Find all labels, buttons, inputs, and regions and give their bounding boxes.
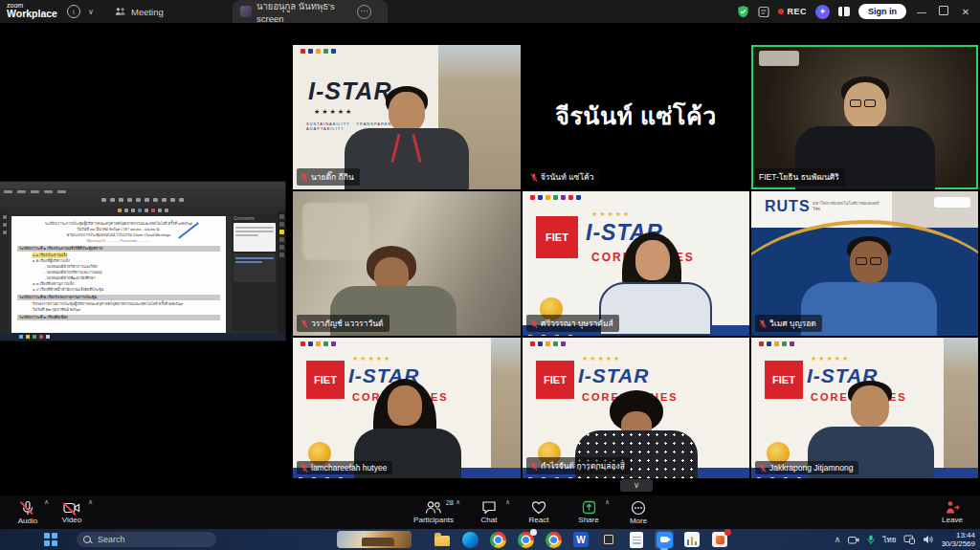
mic-muted-icon (301, 319, 308, 328)
chevron-down-icon: ∨ (634, 480, 640, 490)
wall-backdrop (892, 191, 978, 228)
participant-name-label: lamchareefah hutyee (297, 461, 392, 474)
ruts-sub-text: มหาวิทยาลัยเทคโนโลยีราชมงคลศรีวิชัย (813, 201, 880, 211)
tab-shared-screen[interactable]: นายอนุกูล นันทพุธ's screen ⋯ (233, 0, 388, 23)
video-tile-9[interactable]: FIET ★★★★★ I-STAR CORE VALUES Jakkrapong… (751, 338, 978, 478)
video-tile-2[interactable]: จีรนันท์ แซ่โค้ว จีรนันท์ แซ่โค้ว (523, 45, 749, 189)
participants-button[interactable]: Participants 28 ∧ (406, 495, 461, 529)
zoom-meeting-window: { "title_bar": { "logo_top": "zoom", "lo… (0, 0, 980, 550)
preview-menu-bar (0, 188, 285, 196)
chrome-icon[interactable] (488, 530, 507, 549)
share-screen-button[interactable]: Share ∧ (567, 495, 611, 529)
preview-inner-taskbar (0, 333, 285, 341)
zoom-workplace-logo: zoom Workplace (7, 2, 57, 19)
minimize-button[interactable]: — (915, 7, 928, 17)
participant-name-label: นายติ๊ก ถึกิน (297, 168, 360, 186)
mic-muted-icon (530, 319, 538, 328)
chat-button[interactable]: Chat ∧ (467, 495, 511, 529)
recording-indicator[interactable]: REC (778, 7, 807, 16)
chevron-up-icon[interactable]: ∧ (456, 498, 460, 506)
language-indicator[interactable]: ไทย (882, 534, 896, 546)
chevron-up-icon[interactable]: ∧ (605, 498, 610, 506)
chevron-up-icon[interactable]: ∧ (505, 498, 510, 506)
maximize-button[interactable] (937, 6, 950, 17)
ceiling-light (759, 51, 799, 66)
chevron-up-icon[interactable]: ∧ (44, 498, 49, 506)
react-button[interactable]: React (517, 495, 561, 529)
mic-muted-icon (759, 319, 767, 328)
video-tile-4[interactable]: วราภัญช์ แววราวันต์ (293, 191, 521, 336)
tab-meeting[interactable]: Meeting (107, 0, 171, 23)
file-explorer-icon[interactable] (433, 530, 452, 549)
tray-camera-icon[interactable] (848, 536, 859, 544)
logo-text-bottom: Workplace (7, 9, 57, 19)
notepad-icon[interactable] (627, 530, 646, 549)
participant-name-label: จีรนันท์ แซ่โค้ว (526, 168, 599, 186)
close-button[interactable]: ✕ (959, 7, 972, 17)
building-backdrop (944, 338, 978, 478)
encryption-shield-icon[interactable] (737, 5, 749, 18)
widgets-thumbnail[interactable] (337, 531, 412, 548)
tray-chevron-up-icon[interactable]: ∧ (835, 535, 841, 544)
chevron-down-icon[interactable]: ∨ (88, 0, 94, 23)
office-app-icon[interactable] (710, 530, 729, 549)
audio-button[interactable]: Audio ∧ (6, 495, 50, 529)
tab-meeting-label: Meeting (131, 7, 164, 17)
tray-volume-icon[interactable] (923, 535, 933, 544)
agenda-section-3: ระเบียบวาระที่ ๓ เรื่องสืบเนื่อง (17, 315, 220, 320)
participant-name-label: วิเมศ บุญรอด (755, 315, 822, 332)
start-button[interactable] (44, 533, 57, 546)
video-tile-6[interactable]: RUTS มหาวิทยาลัยเทคโนโลยีราชมงคลศรีวิชัย… (751, 191, 978, 336)
dark-app-icon[interactable] (599, 530, 618, 549)
zoom-app-icon[interactable] (655, 530, 674, 549)
word-icon[interactable]: W (571, 530, 590, 549)
participant-name-label: วราภัญช์ แววราวันต์ (297, 315, 390, 332)
leave-button[interactable]: Leave (930, 495, 974, 529)
chrome-profile-2-icon[interactable] (544, 530, 563, 549)
comment-card (234, 223, 276, 252)
search-input[interactable] (96, 534, 186, 545)
document-page: ระเบียบวาระการประชุมผู้บริหารคณะครุศาสตร… (11, 216, 226, 333)
tab-options-icon[interactable]: ⋯ (357, 5, 371, 19)
meeting-toolbar: Audio ∧ Video ∧ Participants 28 ∧ Chat ∧… (0, 495, 980, 529)
more-ellipsis-icon (631, 500, 646, 516)
sign-in-button[interactable]: Sign in (858, 4, 906, 19)
leave-icon (945, 500, 960, 515)
video-tile-7[interactable]: FIET ★★★★★ I-STAR CORE VALUES lamchareef… (293, 338, 521, 478)
video-tile-3-active-speaker[interactable]: FIET-โยธิน ธนพัฒนศิริ (751, 45, 978, 189)
taskbar-search[interactable] (77, 532, 216, 547)
stats-app-icon[interactable] (682, 530, 702, 549)
istar-stars: ★★★★★ (352, 355, 391, 363)
tray-cast-icon[interactable] (903, 535, 915, 544)
share-screen-icon (582, 500, 596, 515)
clock-date: 30/3/2569 (941, 539, 975, 548)
participant-name-label: Jakkrapong Jitjamnong (755, 461, 858, 474)
view-layout-icon[interactable] (838, 7, 850, 16)
edge-browser-icon[interactable] (460, 530, 479, 549)
video-tile-5[interactable]: FIET ★★★★★ I-STAR CORE VALUES ศรีวรรณา บ… (523, 191, 749, 336)
more-button[interactable]: More (616, 495, 660, 529)
rec-dot-icon (778, 9, 784, 14)
shared-screen-preview[interactable]: ระเบียบวาระการประชุมผู้บริหารคณะครุศาสตร… (0, 182, 285, 341)
chevron-up-icon[interactable]: ∧ (88, 498, 93, 506)
video-tile-8[interactable]: FIET ★★★★★ I-STAR CORE VALUES กำไรจันดี … (523, 338, 749, 478)
preview-toolbar (0, 196, 285, 207)
video-tile-1[interactable]: I-STAR ★★★★★ SUSTAINABILITY · TRANSPAREN… (293, 45, 521, 189)
camera-off-display-name: จีรนันท์ แซ่โค้ว (523, 97, 749, 135)
comments-header: Comments (234, 216, 276, 221)
app-title-bar: zoom Workplace i ∨ Meeting นายอนุกูล นัน… (0, 0, 980, 23)
captions-notes-icon[interactable] (758, 6, 769, 18)
mic-muted-icon (530, 173, 538, 182)
preview-window-titlebar (0, 182, 285, 188)
taskbar-clock[interactable]: 13:44 30/3/2569 (941, 531, 975, 548)
video-button[interactable]: Video ∧ (50, 495, 94, 529)
tray-mic-icon[interactable] (867, 535, 875, 545)
ai-companion-icon[interactable]: ✦ (815, 5, 830, 19)
agenda-section-1: ระเบียบวาระที่ ๑ เรื่องประธานแจ้งให้ที่ป… (17, 246, 220, 252)
search-icon (83, 536, 91, 543)
mic-muted-icon (20, 500, 35, 516)
collapse-gallery-button[interactable]: ∨ (620, 479, 653, 492)
chrome-profile-icon[interactable] (516, 530, 535, 549)
clock-time: 13:44 (956, 531, 975, 539)
info-icon[interactable]: i (67, 0, 80, 23)
